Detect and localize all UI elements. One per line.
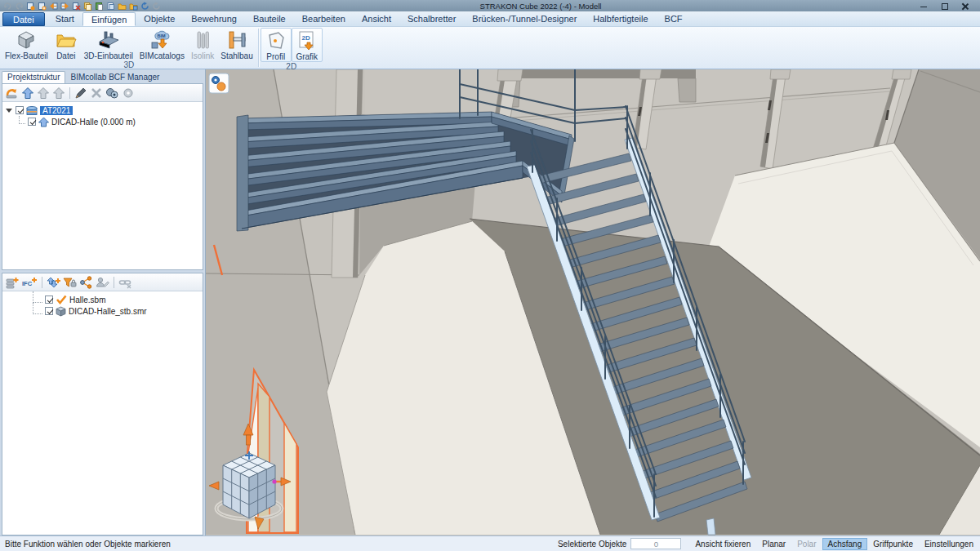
status-bar: Bitte Funktion wählen oder Objekte marki… xyxy=(0,535,980,551)
save-state-add-icon[interactable] xyxy=(38,2,47,11)
file-row-dicad-halle-smr[interactable]: DICAD-Halle_stb.smr xyxy=(5,305,203,317)
sync-structure-icon[interactable] xyxy=(47,276,60,289)
sync-icon[interactable] xyxy=(152,2,161,11)
viewport-3d-scene[interactable] xyxy=(206,69,980,535)
tab-ansicht[interactable]: Ansicht xyxy=(354,11,399,26)
tab-bcf[interactable]: BCF xyxy=(657,11,691,26)
ribbon-datei-button[interactable]: Datei xyxy=(51,28,81,60)
import-model-icon[interactable] xyxy=(5,87,19,100)
undo-icon[interactable] xyxy=(3,2,12,11)
profile-icon xyxy=(265,29,287,52)
tree-label-project[interactable]: AT2021 xyxy=(40,106,73,115)
embedded-part-icon xyxy=(97,29,120,51)
copy-icon[interactable] xyxy=(83,2,92,11)
lock-reference-icon[interactable] xyxy=(63,276,77,289)
project-checkbox[interactable] xyxy=(16,106,24,114)
flex-part-icon xyxy=(15,29,38,51)
tab-objekte[interactable]: Objekte xyxy=(136,11,183,26)
toggle-achsfang[interactable]: Achsfang xyxy=(822,538,868,550)
tab-datei[interactable]: Datei xyxy=(2,12,45,26)
steel-construction-icon xyxy=(225,29,248,51)
toggle-einstellungen[interactable]: Einstellungen xyxy=(919,539,975,549)
delete-x-icon xyxy=(90,87,103,100)
level-up-icon[interactable] xyxy=(21,87,34,100)
project-tree: AT2021 DICAD-Halle (0.000 m) xyxy=(2,102,203,269)
redo-icon[interactable] xyxy=(15,2,24,11)
refresh-icon[interactable] xyxy=(140,2,149,11)
share-nodes-icon[interactable] xyxy=(79,276,93,289)
add-model-file-icon[interactable] xyxy=(5,276,19,289)
level-up-disabled-icon xyxy=(37,87,50,100)
tab-halbfertigteile[interactable]: Halbfertigteile xyxy=(585,11,656,26)
status-message: Bitte Funktion wählen oder Objekte marki… xyxy=(5,540,171,549)
einbauteil-3d-button[interactable]: 3D-Einbauteil xyxy=(81,28,136,60)
tab-projektstruktur[interactable]: Projektstruktur xyxy=(2,71,65,83)
tree-row-project[interactable]: AT2021 xyxy=(5,104,203,116)
toggle-griffpunkte[interactable]: Griffpunkte xyxy=(867,539,919,549)
selected-objects-label: Selektierte Objekte xyxy=(552,539,627,549)
ribbon-group-label-3d: 3D xyxy=(2,60,256,69)
sphere-icon xyxy=(217,82,225,91)
minimize-button[interactable] xyxy=(920,2,928,10)
copy-page-icon[interactable] xyxy=(106,2,115,11)
halle-sbm-checkbox[interactable] xyxy=(45,295,53,304)
visibility-settings-icon[interactable] xyxy=(105,87,119,100)
title-bar: STRAKON Cube 2022 (-4) - Modell xyxy=(0,0,980,11)
project-icon xyxy=(26,105,38,116)
settings-disabled-icon xyxy=(122,87,135,100)
edit-pencil-icon[interactable] xyxy=(74,87,87,100)
tab-bimcollab-bcf-manager[interactable]: BIMcollab BCF Manager xyxy=(65,72,164,83)
folder-open-icon[interactable] xyxy=(118,2,127,11)
import-arrow-icon[interactable] xyxy=(49,2,58,11)
tree-row-level[interactable]: DICAD-Halle (0.000 m) xyxy=(5,116,203,127)
close-button[interactable] xyxy=(961,2,969,10)
expander-icon[interactable] xyxy=(6,109,12,113)
selected-objects-field[interactable] xyxy=(630,538,681,549)
file-label-halle-sbm[interactable]: Halle.sbm xyxy=(69,295,105,304)
viewport-3d[interactable] xyxy=(206,69,980,535)
maximize-button[interactable] xyxy=(941,2,948,10)
isolink-button: Isolink xyxy=(188,28,217,60)
delete-file-icon[interactable] xyxy=(72,2,81,11)
ribbon: Flex-Bauteil Datei 3D-Einbauteil BIM BIM… xyxy=(0,27,980,69)
project-structure-toolbar xyxy=(2,84,203,102)
window-title: STRAKON Cube 2022 (-4) - Modell xyxy=(161,2,920,11)
add-ifc-icon[interactable]: IFC xyxy=(21,276,38,289)
edit-user-disabled-icon xyxy=(96,276,109,289)
tree-label-level[interactable]: DICAD-Halle (0.000 m) xyxy=(51,118,136,127)
profil-button[interactable]: Profil xyxy=(261,28,292,62)
model-files-list: Halle.sbm DICAD-Halle_stb.smr xyxy=(2,291,203,535)
tab-start[interactable]: Start xyxy=(47,11,82,26)
svg-text:BIM: BIM xyxy=(158,33,167,38)
model-files-panel: IFC Halle.sbm xyxy=(2,273,203,535)
paste-icon[interactable] xyxy=(95,2,104,11)
svg-text:2D: 2D xyxy=(301,34,310,42)
graphic-icon: 2D xyxy=(296,29,318,52)
isolink-icon xyxy=(191,29,214,51)
export-arrow-icon[interactable] xyxy=(60,2,69,11)
ribbon-tab-bar: Datei Start Einfügen Objekte Bewehrung B… xyxy=(0,11,980,27)
project-side-panel: Projektstruktur BIMcollab BCF Manager xyxy=(0,69,206,535)
level-checkbox[interactable] xyxy=(28,118,36,126)
flex-bauteil-button[interactable]: Flex-Bauteil xyxy=(2,28,51,60)
tab-schalbretter[interactable]: Schalbretter xyxy=(399,11,464,26)
tab-bauteile[interactable]: Bauteile xyxy=(245,11,294,26)
tab-bearbeiten[interactable]: Bearbeiten xyxy=(294,11,354,26)
dicad-smr-checkbox[interactable] xyxy=(45,307,53,315)
tab-einfuegen[interactable]: Einfügen xyxy=(82,12,136,26)
ribbon-group-2d: Profil 2D Grafik 2D xyxy=(259,27,324,69)
toggle-planar[interactable]: Planar xyxy=(756,539,791,549)
bimcatalogs-button[interactable]: BIM BIMcatalogs xyxy=(136,28,188,60)
unlink-disabled-icon xyxy=(118,276,132,289)
toggle-polar[interactable]: Polar xyxy=(791,539,822,549)
save-state-icon[interactable] xyxy=(26,2,35,11)
grafik-button[interactable]: 2D Grafik xyxy=(292,28,323,62)
toggle-ansicht-fixieren[interactable]: Ansicht fixieren xyxy=(689,539,756,549)
ribbon-group-3d: Flex-Bauteil Datei 3D-Einbauteil BIM BIM… xyxy=(0,27,258,69)
stahlbau-button[interactable]: Stahlbau xyxy=(217,28,256,60)
tab-bruecken-tunnel-designer[interactable]: Brücken-/Tunnel-Designer xyxy=(464,11,585,26)
file-label-dicad-smr[interactable]: DICAD-Halle_stb.smr xyxy=(69,307,147,316)
tab-bewehrung[interactable]: Bewehrung xyxy=(183,11,245,26)
viewport-visibility-button[interactable] xyxy=(209,73,229,93)
folder-save-icon[interactable] xyxy=(129,2,138,11)
